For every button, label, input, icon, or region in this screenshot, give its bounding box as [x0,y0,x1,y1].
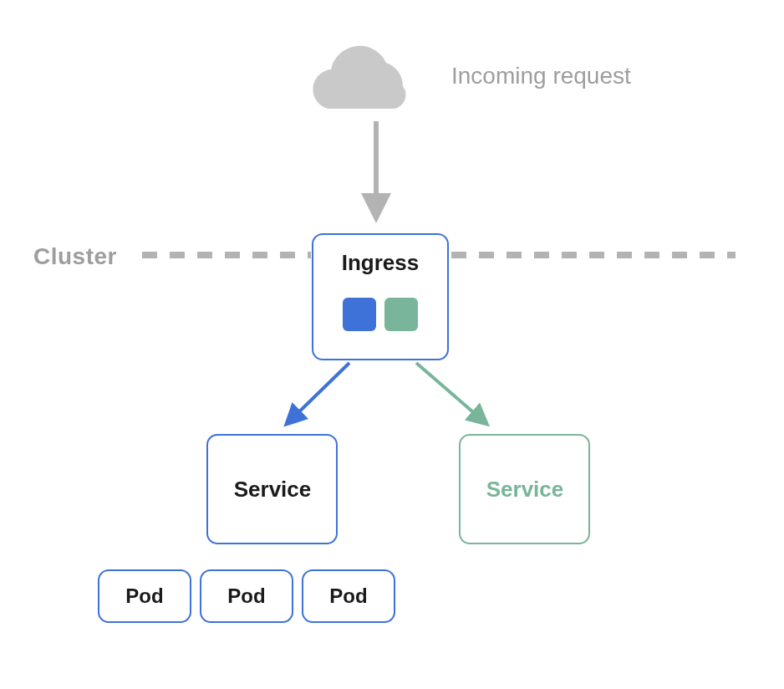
pod-node: Pod [99,570,191,622]
ingress-label: Ingress [342,250,420,275]
cluster-label: Cluster [33,243,117,269]
arrow-ingress-to-service-green [416,363,485,422]
service-green-label: Service [486,477,564,502]
incoming-request-label: Incoming request [451,63,631,89]
ingress-rule-square-blue [343,298,376,331]
pod-node: Pod [303,570,395,622]
service-blue-label: Service [234,477,312,502]
cloud-icon [313,46,405,109]
arrow-ingress-to-service-blue [288,363,349,422]
service-node-blue: Service [207,435,337,544]
pod-label: Pod [329,584,367,607]
pod-label: Pod [227,584,265,607]
pod-label: Pod [125,584,163,607]
service-node-green: Service [460,435,589,544]
pod-node: Pod [201,570,293,622]
ingress-rule-square-green [384,298,418,331]
ingress-node: Ingress [313,234,448,360]
